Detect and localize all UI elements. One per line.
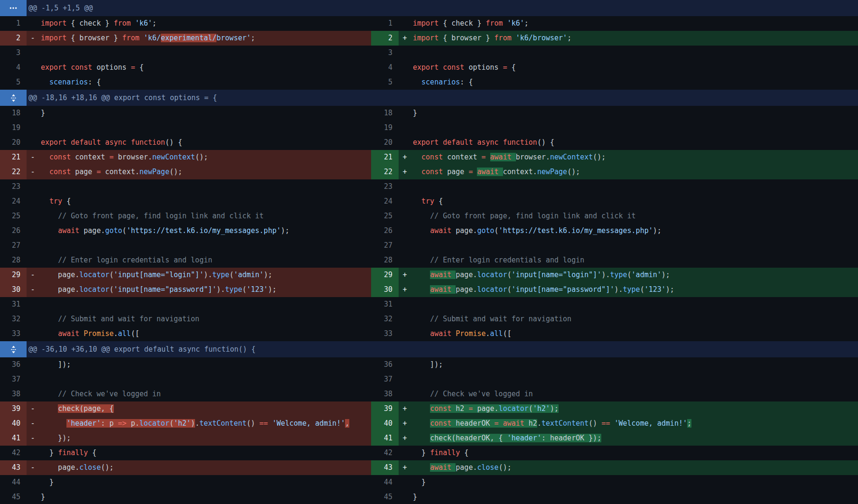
line-number-new: 2	[371, 31, 399, 46]
word-diff-highlight: =	[494, 419, 499, 428]
code-line-old	[39, 179, 371, 194]
code-line-new: await page.locator('input[name="password…	[411, 282, 858, 297]
code-token	[41, 153, 49, 161]
code-token: 'https://test.k6.io/my_messages.php'	[127, 226, 281, 235]
code-token: 'admin'	[233, 271, 263, 279]
code-token: ();	[101, 463, 113, 472]
code-token: .	[537, 419, 541, 428]
line-number-old: 30	[0, 282, 27, 297]
code-token	[413, 212, 430, 220]
code-token: locator	[477, 285, 507, 294]
code-token: 'k6'	[507, 19, 524, 28]
hunk-header-text: @@ -1,5 +1,5 @@	[27, 0, 858, 16]
code-token: scenarios	[49, 78, 88, 86]
diff-marker-old	[27, 106, 39, 121]
code-token: newPage	[537, 168, 567, 176]
line-number-new: 25	[371, 209, 399, 224]
code-token	[499, 138, 503, 147]
code-line-new: try {	[411, 194, 858, 209]
diff-marker-new	[399, 387, 411, 401]
code-token: =	[131, 63, 135, 72]
diff-marker-new: +	[399, 165, 411, 179]
code-token: const	[49, 168, 71, 176]
code-token: Promise	[84, 329, 113, 338]
hunk-menu-button[interactable]	[0, 0, 27, 16]
line-number-old: 2	[0, 31, 27, 46]
code-token: type	[225, 285, 242, 294]
code-token	[413, 168, 421, 176]
diff-marker-new: +	[399, 460, 411, 475]
code-token	[79, 329, 84, 338]
code-line-old	[39, 372, 371, 387]
code-token: 'https://test.k6.io/my_messages.php'	[499, 226, 653, 235]
expand-hunk-button[interactable]	[0, 90, 27, 106]
code-token: default	[71, 138, 101, 147]
word-diff-highlight: await	[477, 168, 503, 176]
code-token: .	[486, 329, 490, 338]
code-token: 'input[name="login"]'	[512, 271, 602, 279]
code-line-new: } finally {	[411, 446, 858, 460]
line-number-new: 28	[371, 253, 399, 268]
code-token	[41, 419, 66, 428]
code-token: {	[507, 63, 516, 72]
code-token: }	[41, 493, 45, 501]
code-token: (	[110, 285, 114, 294]
code-token: page.	[41, 285, 79, 294]
code-token: 'input[name="password"]'	[114, 285, 217, 294]
code-token: page.	[456, 271, 477, 279]
line-number-old: 3	[0, 46, 27, 60]
code-line-new: ]);	[411, 357, 858, 372]
hunk-header-row: @@ -18,16 +18,16 @@ export const options…	[0, 90, 858, 106]
word-diff-highlight: check(page, {	[58, 404, 113, 413]
code-line-old: page.locator('input[name="password"]').t…	[39, 282, 371, 297]
diff-marker-old: -	[27, 401, 39, 416]
code-line-old	[39, 121, 371, 135]
code-line-new: await page.close();	[411, 460, 858, 475]
word-diff-highlight: )	[191, 419, 195, 428]
diff-marker-new	[399, 253, 411, 268]
code-token: from	[494, 34, 512, 42]
code-token: .	[195, 419, 199, 428]
code-line-new: await Promise.all([	[411, 327, 858, 341]
line-number-old: 21	[0, 150, 27, 165]
diff-marker-old	[27, 387, 39, 401]
diff-marker-new	[399, 16, 411, 31]
diff-marker-old: -	[27, 460, 39, 475]
code-token: ;	[152, 19, 157, 28]
code-line-old: import { check } from 'k6';	[39, 16, 371, 31]
code-token: all	[490, 329, 503, 338]
code-token: }	[41, 109, 45, 117]
word-diff-highlight: page.	[473, 404, 498, 413]
code-line-old: export default async function() {	[39, 135, 371, 150]
code-token: }	[413, 448, 430, 457]
line-number-old: 27	[0, 238, 27, 253]
code-token: export	[41, 138, 66, 147]
hunk-button-cell	[0, 0, 27, 16]
diff-view: @@ -1,5 +1,5 @@1import { check } from 'k…	[0, 0, 858, 504]
code-token: try	[421, 197, 434, 205]
code-token: await	[58, 226, 79, 235]
code-token	[413, 390, 430, 398]
code-token	[413, 256, 430, 264]
diff-marker-new	[399, 327, 411, 341]
code-token: import	[413, 19, 438, 28]
line-number-new: 18	[371, 106, 399, 121]
diff-marker-new	[399, 224, 411, 238]
code-token: (	[122, 226, 127, 235]
code-token: ]);	[413, 360, 443, 369]
word-diff-highlight: await	[430, 285, 456, 294]
code-token: 'Welcome, admin!'	[614, 419, 687, 428]
line-number-old: 29	[0, 268, 27, 282]
code-line-old: }	[39, 490, 371, 504]
code-line-old: // Check we've logged in	[39, 387, 371, 401]
kebab-horizontal-icon	[9, 4, 18, 12]
code-token: finally	[58, 448, 88, 457]
code-line-new: check(headerOK, { 'header': headerOK });	[411, 431, 858, 446]
expand-hunk-button[interactable]	[0, 341, 27, 357]
diff-line-row: 26 await page.goto('https://test.k6.io/m…	[0, 224, 858, 238]
code-token: {	[88, 448, 96, 457]
code-token: (	[627, 271, 632, 279]
code-token	[66, 138, 71, 147]
line-number-new: 36	[371, 357, 399, 372]
code-token: from	[486, 19, 503, 28]
